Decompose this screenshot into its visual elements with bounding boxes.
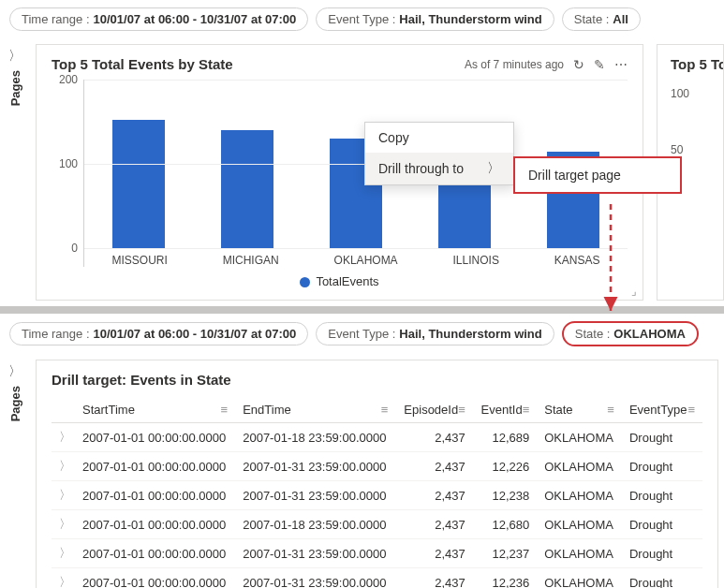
col-eventid[interactable]: EventId≡ (473, 397, 537, 423)
pages-panel-toggle[interactable]: 〉 Pages (2, 363, 28, 421)
chevron-right-icon: 〉 (8, 48, 22, 65)
pages-panel-toggle[interactable]: 〉 Pages (2, 48, 28, 106)
col-state[interactable]: State≡ (537, 397, 622, 423)
peek-title: Top 5 Total (671, 56, 723, 72)
y-tick: 200 (59, 73, 78, 86)
x-label: OKLAHOMA (334, 254, 398, 267)
legend-dot-icon (300, 277, 310, 287)
chevron-right-icon: 〉 (487, 160, 500, 177)
col-episodeid[interactable]: EpisodeId≡ (395, 397, 472, 423)
table-row[interactable]: 〉2007-01-01 00:00:00.00002007-01-31 23:5… (52, 568, 702, 589)
filter-state[interactable]: State : All (562, 7, 641, 31)
expand-icon[interactable]: 〉 (52, 568, 75, 589)
col-starttime[interactable]: StartTime≡ (75, 397, 235, 423)
bar-michigan[interactable] (221, 130, 273, 248)
x-label: ILLINOIS (453, 254, 499, 267)
filter-state[interactable]: State : OKLAHOMA (562, 321, 699, 346)
filter-value: Hail, Thunderstorm wind (399, 12, 541, 26)
pages-label: Pages (8, 386, 22, 421)
chart-title: Top 5 Total Events by State (52, 56, 233, 72)
sort-icon: ≡ (523, 403, 530, 417)
chevron-right-icon: 〉 (8, 363, 22, 380)
table-row[interactable]: 〉2007-01-01 00:00:00.00002007-01-18 23:5… (52, 423, 702, 452)
expand-icon[interactable]: 〉 (52, 510, 75, 539)
table-row[interactable]: 〉2007-01-01 00:00:00.00002007-01-18 23:5… (52, 510, 702, 539)
y-tick: 100 (59, 157, 78, 170)
chart-legend: TotalEvents (52, 274, 628, 288)
col-endtime[interactable]: EndTime≡ (235, 397, 395, 423)
table-title: Drill target: Events in State (52, 372, 702, 388)
pages-label: Pages (8, 70, 22, 106)
table-card: Drill target: Events in State StartTime≡… (36, 360, 718, 588)
x-label: MICHIGAN (223, 254, 279, 267)
filter-label: State : (574, 12, 610, 26)
sort-icon: ≡ (381, 403, 389, 417)
filter-event-type[interactable]: Event Type : Hail, Thunderstorm wind (316, 7, 554, 31)
context-submenu: Drill target page (513, 156, 682, 194)
x-label: MISSOURI (111, 254, 167, 267)
filter-label: Time range : (22, 12, 90, 26)
chart-card: Top 5 Total Events by State As of 7 minu… (36, 44, 643, 301)
refresh-icon[interactable]: ↻ (573, 57, 584, 72)
edit-icon[interactable]: ✎ (594, 57, 605, 72)
x-label: KANSAS (554, 254, 600, 267)
context-menu: Copy Drill through to 〉 Drill target pag… (364, 122, 514, 185)
col-eventtype[interactable]: EventType≡ (622, 397, 702, 423)
sort-icon: ≡ (458, 403, 465, 417)
filter-value: 10/01/07 at 06:00 - 10/31/07 at 07:00 (94, 12, 297, 26)
filter-event-type[interactable]: Event Type : Hail, Thunderstorm wind (316, 322, 554, 345)
sort-icon: ≡ (687, 403, 695, 417)
events-table: StartTime≡ EndTime≡ EpisodeId≡ EventId≡ … (52, 397, 702, 588)
table-row[interactable]: 〉2007-01-01 00:00:00.00002007-01-31 23:5… (52, 452, 702, 481)
section-divider (0, 306, 724, 314)
expand-icon[interactable]: 〉 (52, 452, 75, 481)
menu-drill-through[interactable]: Drill through to 〉 (365, 153, 513, 184)
filter-time-range[interactable]: Time range : 10/01/07 at 06:00 - 10/31/0… (9, 7, 308, 31)
table-row[interactable]: 〉2007-01-01 00:00:00.00002007-01-31 23:5… (52, 481, 702, 510)
bottom-filter-bar: Time range : 10/01/07 at 06:00 - 10/31/0… (0, 314, 724, 354)
expand-icon[interactable]: 〉 (52, 423, 75, 452)
expand-icon[interactable]: 〉 (52, 539, 75, 568)
menu-copy[interactable]: Copy (365, 123, 513, 153)
resize-handle-icon[interactable]: ⌟ (631, 285, 637, 298)
table-row[interactable]: 〉2007-01-01 00:00:00.00002007-01-31 23:5… (52, 539, 702, 568)
filter-time-range[interactable]: Time range : 10/01/07 at 06:00 - 10/31/0… (9, 322, 308, 345)
asof-text: As of 7 minutes ago (465, 58, 564, 71)
menu-drill-target-page[interactable]: Drill target page (515, 158, 680, 192)
sort-icon: ≡ (607, 403, 614, 417)
filter-value: All (613, 12, 628, 26)
y-tick: 0 (71, 242, 78, 255)
more-icon[interactable]: ⋯ (614, 57, 628, 72)
top-filter-bar: Time range : 10/01/07 at 06:00 - 10/31/0… (0, 0, 724, 38)
filter-label: Event Type : (328, 12, 395, 26)
bar-missouri[interactable] (112, 120, 165, 248)
sort-icon: ≡ (221, 403, 229, 417)
expand-icon[interactable]: 〉 (52, 481, 75, 510)
